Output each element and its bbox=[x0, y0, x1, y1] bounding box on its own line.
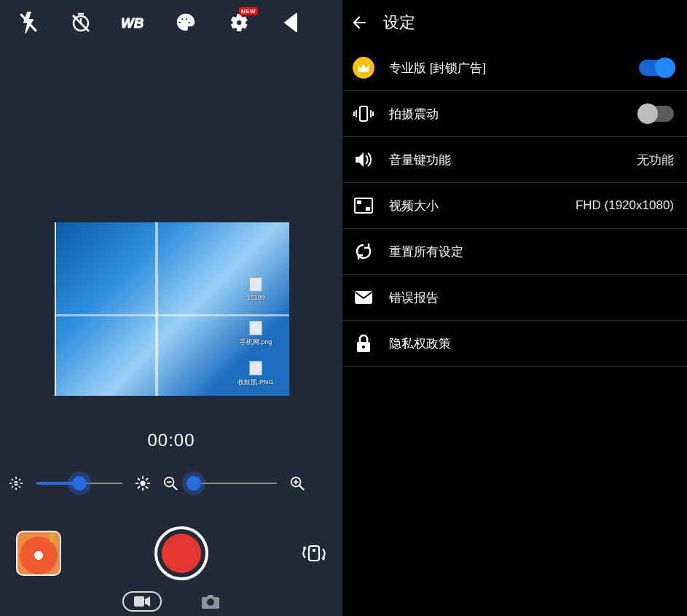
zoom-slider[interactable] bbox=[191, 482, 277, 485]
svg-line-26 bbox=[173, 486, 177, 490]
svg-line-21 bbox=[138, 478, 140, 480]
setting-pro-version[interactable]: 专业版 [封锁广告] bbox=[342, 45, 687, 91]
setting-value: 无功能 bbox=[637, 152, 674, 168]
setting-video-size[interactable]: 视频大小 FHD (1920x1080) bbox=[342, 183, 687, 229]
timer-off-icon[interactable] bbox=[68, 10, 93, 35]
svg-rect-32 bbox=[309, 546, 319, 561]
camera-top-toolbar: WB NEW bbox=[0, 0, 342, 45]
setting-bug-report[interactable]: 错误报告 bbox=[342, 275, 687, 321]
camera-preview[interactable]: 16109 手机网.png 收款肌.PNG bbox=[55, 222, 289, 396]
aspect-ratio-icon bbox=[353, 195, 374, 217]
setting-reset[interactable]: 重置所有设定 bbox=[342, 229, 687, 275]
setting-label: 音量键功能 bbox=[389, 152, 622, 168]
setting-label: 错误报告 bbox=[389, 289, 674, 306]
svg-point-35 bbox=[207, 599, 214, 606]
toggle-switch[interactable] bbox=[639, 106, 674, 122]
setting-label: 拍摄震动 bbox=[389, 106, 624, 122]
svg-line-11 bbox=[12, 479, 13, 480]
collapse-left-icon[interactable] bbox=[278, 10, 303, 35]
svg-rect-36 bbox=[360, 106, 367, 121]
sliders-row bbox=[0, 472, 342, 494]
zoom-in-icon[interactable] bbox=[290, 476, 305, 491]
svg-rect-34 bbox=[134, 596, 144, 607]
brightness-up-icon[interactable] bbox=[136, 476, 150, 491]
svg-point-33 bbox=[313, 549, 315, 552]
svg-line-22 bbox=[146, 486, 148, 488]
setting-privacy[interactable]: 隐私权政策 bbox=[342, 321, 687, 367]
settings-title: 设定 bbox=[383, 12, 415, 34]
palette-icon[interactable] bbox=[173, 10, 198, 35]
setting-label: 视频大小 bbox=[389, 198, 561, 214]
mode-selector bbox=[0, 591, 342, 612]
recording-timer: 00:00 bbox=[0, 430, 342, 451]
settings-icon[interactable]: NEW bbox=[226, 10, 251, 35]
switch-camera-icon[interactable] bbox=[302, 539, 326, 568]
svg-line-13 bbox=[12, 486, 13, 488]
preview-desktop-item: 手机网.png bbox=[235, 321, 276, 347]
setting-label: 重置所有设定 bbox=[389, 243, 674, 260]
toggle-switch[interactable] bbox=[639, 60, 674, 76]
preview-desktop-item: 收款肌.PNG bbox=[235, 361, 276, 387]
vibrate-icon bbox=[353, 103, 374, 125]
settings-header: 设定 bbox=[342, 0, 687, 45]
svg-point-16 bbox=[141, 481, 146, 486]
svg-point-46 bbox=[362, 346, 365, 348]
svg-line-23 bbox=[138, 486, 140, 488]
new-badge: NEW bbox=[239, 7, 258, 15]
svg-rect-43 bbox=[366, 207, 370, 211]
setting-label: 专业版 [封锁广告] bbox=[389, 60, 624, 77]
brightness-slider[interactable] bbox=[36, 482, 122, 485]
preview-desktop-item: 16109 bbox=[235, 277, 276, 301]
brightness-down-icon[interactable] bbox=[9, 476, 23, 491]
mail-icon bbox=[353, 286, 374, 308]
camera-bottom-bar bbox=[0, 524, 342, 582]
white-balance-icon[interactable]: WB bbox=[121, 10, 146, 35]
settings-pane: 设定 专业版 [封锁广告] 拍摄震动 音量键功能 无功能 bbox=[342, 0, 687, 616]
flash-off-icon[interactable] bbox=[16, 10, 41, 35]
svg-line-29 bbox=[299, 486, 304, 490]
settings-list: 专业版 [封锁广告] 拍摄震动 音量键功能 无功能 视频大小 FHD (1920… bbox=[342, 45, 687, 367]
zoom-out-icon[interactable] bbox=[163, 476, 178, 491]
gallery-thumbnail[interactable] bbox=[16, 531, 61, 576]
lock-icon bbox=[353, 332, 374, 354]
photo-mode-button[interactable] bbox=[201, 593, 220, 609]
svg-line-14 bbox=[19, 479, 20, 480]
setting-volume-key[interactable]: 音量键功能 无功能 bbox=[342, 137, 687, 183]
svg-line-12 bbox=[19, 486, 20, 488]
svg-rect-42 bbox=[357, 200, 361, 204]
reset-icon bbox=[353, 241, 374, 262]
video-mode-button[interactable] bbox=[122, 591, 162, 612]
camera-pane: WB NEW 16109 手机网.png 收款肌.PNG 00:00 bbox=[0, 0, 342, 616]
record-button[interactable] bbox=[154, 526, 208, 580]
setting-value: FHD (1920x1080) bbox=[576, 198, 674, 213]
setting-vibrate[interactable]: 拍摄震动 bbox=[342, 91, 687, 137]
crown-icon bbox=[353, 57, 374, 79]
svg-line-24 bbox=[146, 478, 148, 480]
svg-text:WB: WB bbox=[121, 15, 144, 31]
volume-icon bbox=[353, 149, 374, 171]
back-icon[interactable] bbox=[348, 12, 370, 34]
setting-label: 隐私权政策 bbox=[389, 335, 674, 352]
